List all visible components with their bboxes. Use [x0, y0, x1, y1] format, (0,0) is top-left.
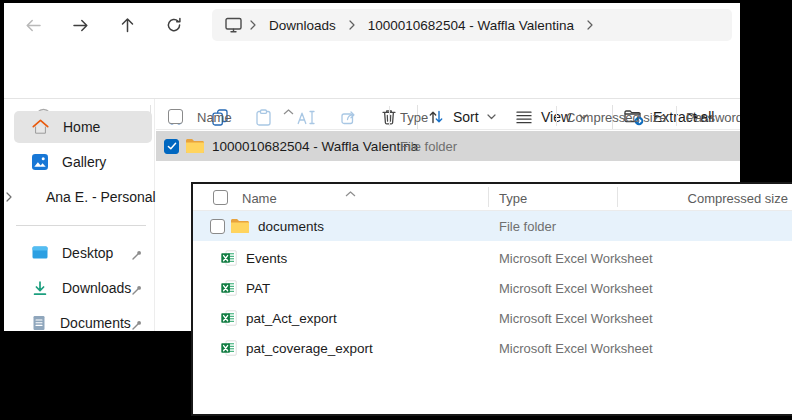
sidebar-item-label: Ana E. - Personal: [46, 189, 156, 205]
pin-icon: [131, 317, 143, 331]
file-type: Microsoft Excel Worksheet: [499, 281, 653, 296]
pin-icon: [131, 282, 143, 300]
file-row[interactable]: pat_coverage_export Microsoft Excel Work…: [193, 333, 792, 363]
select-all-checkbox[interactable]: [168, 109, 183, 124]
file-name: Events: [246, 251, 287, 266]
folder-icon: [186, 139, 204, 153]
excel-icon: [221, 340, 237, 356]
explorer-window-front: Name Type Compressed size documents File…: [191, 182, 792, 416]
share-button[interactable]: [332, 105, 366, 129]
this-pc-monitor-icon: [224, 17, 243, 33]
column-header-compressed-size[interactable]: Compressed size: [566, 110, 666, 125]
paste-icon: [256, 109, 271, 126]
sidebar-item-documents[interactable]: Documents: [14, 307, 152, 331]
file-type: File folder: [400, 139, 457, 154]
file-row[interactable]: pat_Act_export Microsoft Excel Worksheet: [193, 303, 792, 333]
excel-icon: [221, 250, 237, 266]
file-type: File folder: [499, 219, 556, 234]
forward-arrow-icon: [72, 18, 89, 33]
back-arrow-icon: [25, 18, 42, 33]
up-button[interactable]: [110, 9, 144, 41]
file-name: 1000010682504 - Waffla Valentina: [212, 139, 418, 154]
breadcrumb-current-folder[interactable]: 1000010682504 - Waffla Valentina: [362, 14, 580, 37]
sidebar-divider: [154, 99, 155, 331]
excel-icon: [221, 280, 237, 296]
chevron-down-icon: [487, 114, 496, 120]
screenshot-canvas: Downloads 1000010682504 - Waffla Valenti…: [0, 0, 792, 420]
paste-button[interactable]: [246, 105, 280, 129]
row-checkbox-checked[interactable]: [164, 139, 179, 154]
gallery-icon: [32, 154, 48, 170]
breadcrumb-chevron-icon: [250, 20, 256, 30]
file-row-selected[interactable]: 1000010682504 - Waffla Valentina File fo…: [156, 131, 740, 161]
header-divider: [156, 129, 740, 130]
row-checkbox[interactable]: [210, 219, 225, 234]
share-icon: [341, 110, 358, 125]
refresh-button[interactable]: [157, 9, 191, 41]
check-icon: [167, 142, 177, 150]
view-lines-icon: [516, 111, 532, 124]
sidebar-item-desktop[interactable]: Desktop: [14, 237, 152, 269]
column-resize-handle[interactable]: [556, 106, 557, 126]
sidebar-section-divider: [16, 225, 146, 226]
column-header-name[interactable]: Name: [242, 191, 277, 206]
column-header-compressed-size[interactable]: Compressed size: [688, 191, 788, 206]
file-row[interactable]: Events Microsoft Excel Worksheet: [193, 243, 792, 273]
sidebar-item-home[interactable]: Home: [14, 111, 152, 143]
column-header-password[interactable]: Password protected: [686, 110, 740, 125]
command-toolbar: New So: [4, 47, 740, 99]
sidebar-item-downloads[interactable]: Downloads: [14, 272, 152, 304]
breadcrumb-chevron-icon: [587, 20, 593, 30]
file-name: PAT: [246, 281, 270, 296]
address-bar[interactable]: Downloads 1000010682504 - Waffla Valenti…: [212, 9, 732, 41]
sort-button-label: Sort: [453, 109, 479, 125]
sort-ascending-caret-icon: [283, 101, 294, 119]
file-type: Microsoft Excel Worksheet: [499, 311, 653, 326]
file-name: pat_coverage_export: [246, 341, 373, 356]
column-resize-handle[interactable]: [488, 187, 489, 207]
column-header-name[interactable]: Name: [197, 110, 232, 125]
sidebar-item-label: Gallery: [62, 154, 106, 170]
forward-button[interactable]: [63, 9, 97, 41]
folder-icon: [231, 219, 249, 233]
file-row[interactable]: documents File folder: [193, 211, 792, 241]
rename-icon: [297, 110, 316, 125]
file-row[interactable]: PAT Microsoft Excel Worksheet: [193, 273, 792, 303]
column-resize-handle[interactable]: [617, 187, 618, 207]
column-resize-handle[interactable]: [389, 106, 390, 126]
navigation-bar: Downloads 1000010682504 - Waffla Valenti…: [4, 3, 740, 47]
sidebar-item-label: Home: [63, 119, 100, 135]
sidebar-item-label: Documents: [60, 315, 131, 331]
expand-chevron-icon[interactable]: [6, 192, 16, 202]
downloads-icon: [32, 281, 48, 296]
sort-button[interactable]: Sort: [428, 105, 512, 129]
breadcrumb-chevron-icon: [349, 20, 355, 30]
file-type: Microsoft Excel Worksheet: [499, 341, 653, 356]
up-arrow-icon: [120, 17, 135, 33]
rename-button[interactable]: [289, 105, 323, 129]
column-header-type[interactable]: Type: [499, 191, 527, 206]
select-all-checkbox[interactable]: [213, 190, 228, 205]
sidebar-item-gallery[interactable]: Gallery: [14, 146, 152, 178]
sort-ascending-caret-icon: [345, 183, 356, 201]
file-type: Microsoft Excel Worksheet: [499, 251, 653, 266]
sidebar-item-label: Desktop: [62, 245, 113, 261]
back-button[interactable]: [16, 9, 50, 41]
sort-arrows-icon: [428, 109, 444, 125]
pin-icon: [131, 247, 143, 265]
sidebar-item-label: Downloads: [62, 280, 131, 296]
sidebar-item-onedrive-personal[interactable]: Ana E. - Personal: [14, 181, 152, 213]
file-name: pat_Act_export: [246, 311, 337, 326]
file-name: documents: [258, 219, 324, 234]
excel-icon: [221, 310, 237, 326]
desktop-icon: [32, 246, 48, 260]
breadcrumb-downloads[interactable]: Downloads: [263, 14, 342, 37]
documents-icon: [32, 315, 46, 331]
column-resize-handle[interactable]: [676, 106, 677, 126]
home-icon: [32, 119, 49, 135]
refresh-icon: [166, 17, 182, 33]
column-header-type[interactable]: Type: [400, 110, 428, 125]
